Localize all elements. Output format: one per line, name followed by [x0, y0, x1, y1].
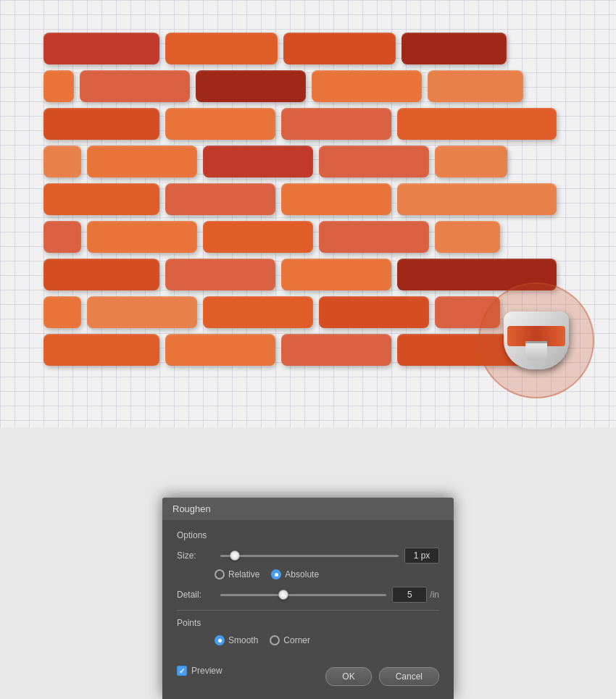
- canvas-area: [0, 0, 616, 427]
- brick: [312, 70, 422, 102]
- preview-label: Preview: [191, 666, 222, 676]
- brick: [43, 334, 159, 366]
- brick: [165, 33, 278, 64]
- smooth-corner-row: Smooth Corner: [215, 635, 439, 645]
- brick: [435, 146, 507, 177]
- ok-button[interactable]: OK: [325, 667, 371, 686]
- brick: [319, 221, 429, 253]
- cancel-button[interactable]: Cancel: [379, 667, 439, 686]
- brick: [43, 33, 159, 64]
- roughen-tool-icon: [504, 311, 569, 369]
- brick: [281, 183, 391, 215]
- brick-row: [43, 108, 565, 140]
- smooth-label: Smooth: [228, 635, 258, 645]
- corner-radio-item[interactable]: Corner: [270, 635, 310, 645]
- size-slider-track: [220, 555, 399, 557]
- detail-slider-track: [220, 594, 386, 596]
- roughen-dialog: Roughen Options Size: 1 px Relative Abso…: [162, 498, 454, 699]
- brick: [196, 70, 306, 102]
- brick: [319, 146, 429, 177]
- brick: [401, 33, 507, 64]
- tool-circle: [478, 282, 594, 398]
- tool-overlay: [471, 275, 602, 406]
- absolute-label: Absolute: [285, 569, 319, 579]
- dialog-title-text: Roughen: [172, 503, 211, 514]
- detail-row: Detail: 5 /in: [177, 587, 439, 603]
- brick: [43, 183, 159, 215]
- brick: [203, 296, 313, 328]
- brick: [43, 108, 159, 140]
- brick: [435, 221, 500, 253]
- brick: [165, 259, 275, 290]
- relative-radio-item[interactable]: Relative: [215, 569, 259, 579]
- size-label: Size:: [177, 551, 215, 561]
- dialog-body: Options Size: 1 px Relative Absolute: [162, 520, 454, 699]
- detail-label: Detail:: [177, 590, 215, 600]
- brick: [165, 334, 275, 366]
- preview-checkbox[interactable]: [177, 666, 187, 676]
- brick-row: [43, 70, 565, 102]
- dialog-buttons: OK Cancel: [325, 667, 439, 686]
- preview-container: Preview: [177, 666, 222, 676]
- brick-row: [43, 33, 565, 64]
- brick-row: [43, 146, 565, 177]
- brick: [203, 221, 313, 253]
- brick: [87, 296, 197, 328]
- brick: [87, 146, 197, 177]
- points-section: Points Smooth Corner: [177, 618, 439, 645]
- corner-radio[interactable]: [270, 635, 280, 645]
- brick: [428, 70, 523, 102]
- size-slider-thumb[interactable]: [230, 551, 240, 561]
- brick-row: [43, 221, 565, 253]
- divider: [177, 610, 439, 611]
- detail-slider[interactable]: [220, 590, 386, 600]
- detail-value[interactable]: 5: [392, 587, 427, 603]
- points-section-label: Points: [177, 618, 439, 628]
- brick: [397, 108, 557, 140]
- brick: [43, 221, 81, 253]
- brick: [87, 221, 197, 253]
- brick: [319, 296, 429, 328]
- size-value[interactable]: 1 px: [404, 548, 439, 564]
- brick: [203, 146, 313, 177]
- relative-absolute-row: Relative Absolute: [215, 569, 439, 579]
- brick: [283, 33, 396, 64]
- brick: [397, 183, 557, 215]
- brick: [281, 259, 391, 290]
- absolute-radio[interactable]: [271, 569, 281, 579]
- brick: [281, 108, 391, 140]
- size-row: Size: 1 px: [177, 548, 439, 564]
- options-section-label: Options: [177, 530, 439, 540]
- brick: [80, 70, 190, 102]
- smooth-radio[interactable]: [215, 635, 225, 645]
- bottom-bar: Preview OK Cancel: [177, 656, 439, 686]
- detail-slider-thumb[interactable]: [278, 590, 288, 600]
- relative-radio[interactable]: [215, 569, 225, 579]
- smooth-radio-item[interactable]: Smooth: [215, 635, 258, 645]
- brick: [43, 259, 159, 290]
- brick: [43, 70, 74, 102]
- brick: [165, 183, 275, 215]
- brick-row: [43, 183, 565, 215]
- dialog-title: Roughen: [162, 498, 454, 520]
- size-slider[interactable]: [220, 551, 399, 561]
- detail-unit: /in: [430, 590, 439, 600]
- brick: [165, 108, 275, 140]
- brick: [43, 146, 81, 177]
- relative-label: Relative: [228, 569, 259, 579]
- absolute-radio-item[interactable]: Absolute: [271, 569, 319, 579]
- brick: [281, 334, 391, 366]
- brick: [43, 296, 81, 328]
- corner-label: Corner: [283, 635, 310, 645]
